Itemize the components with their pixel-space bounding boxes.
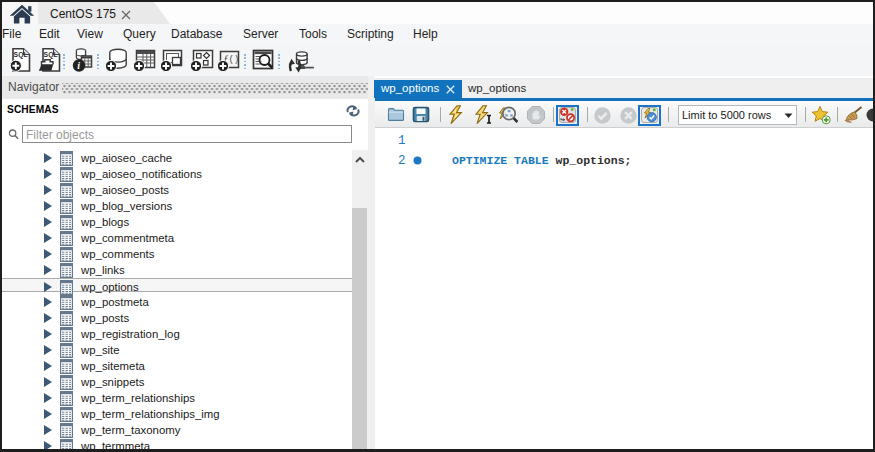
svg-text:i: i — [77, 60, 80, 71]
svg-text:SQL: SQL — [44, 51, 58, 59]
svg-text:(): () — [229, 55, 239, 65]
svg-text:SQL: SQL — [14, 51, 28, 59]
